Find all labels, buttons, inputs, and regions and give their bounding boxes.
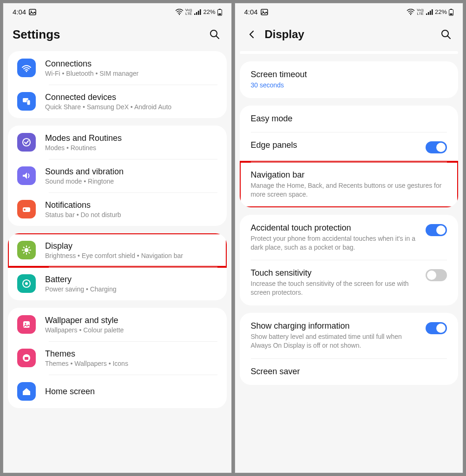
svg-line-44 bbox=[448, 36, 451, 39]
display-item-screen-saver[interactable]: Screen saver bbox=[240, 358, 459, 385]
settings-group: DisplayBrightness • Eye comfort shield •… bbox=[8, 233, 227, 300]
settings-item-modes[interactable]: Modes and RoutinesModes • Routines bbox=[8, 126, 227, 159]
svg-rect-42 bbox=[450, 13, 453, 15]
item-subtitle: Show battery level and estimated time un… bbox=[251, 332, 419, 350]
display-item-edge-panels[interactable]: Edge panels bbox=[240, 132, 459, 162]
item-subtitle: Increase the touch sensitivity of the sc… bbox=[251, 279, 419, 297]
item-title: Screen timeout bbox=[251, 70, 447, 79]
item-subtitle: Wi-Fi • Bluetooth • SIM manager bbox=[45, 70, 217, 77]
notifications-icon bbox=[17, 200, 36, 218]
svg-rect-4 bbox=[196, 12, 197, 15]
item-subtitle: Themes • Wallpapers • Icons bbox=[45, 360, 217, 367]
settings-item-themes[interactable]: ThemesThemes • Wallpapers • Icons bbox=[8, 341, 227, 375]
item-subtitle: 30 seconds bbox=[251, 81, 447, 90]
item-title: Connections bbox=[45, 59, 217, 69]
svg-rect-39 bbox=[432, 9, 433, 15]
settings-item-wallpaper[interactable]: Wallpaper and styleWallpapers • Colour p… bbox=[8, 308, 227, 341]
display-group: Accidental touch protectionProtect your … bbox=[240, 215, 459, 306]
picture-icon bbox=[261, 8, 268, 16]
search-button[interactable] bbox=[439, 27, 453, 42]
svg-rect-38 bbox=[430, 11, 431, 15]
svg-point-34 bbox=[263, 10, 263, 11]
item-title: Display bbox=[45, 241, 217, 251]
battery-percent: 22% bbox=[203, 8, 215, 15]
item-title: Show charging information bbox=[251, 321, 419, 331]
card-sliver bbox=[240, 51, 459, 54]
svg-line-26 bbox=[29, 247, 30, 248]
toggle-edge-panels[interactable] bbox=[426, 141, 447, 153]
item-subtitle: Brightness • Eye comfort shield • Naviga… bbox=[45, 252, 217, 259]
settings-item-notifications[interactable]: NotificationsStatus bar • Do not disturb bbox=[8, 192, 227, 226]
svg-rect-9 bbox=[218, 13, 221, 15]
svg-rect-37 bbox=[428, 12, 429, 15]
item-title: Themes bbox=[45, 349, 217, 359]
item-title: Home screen bbox=[45, 387, 217, 397]
item-title: Screen saver bbox=[251, 367, 447, 377]
page-title: Display bbox=[265, 28, 439, 41]
item-title: Battery bbox=[45, 275, 217, 284]
svg-point-12 bbox=[26, 71, 27, 72]
wallpaper-icon bbox=[17, 315, 36, 334]
settings-list: ConnectionsWi-Fi • Bluetooth • SIM manag… bbox=[3, 51, 231, 473]
status-bar: 4:04 Vo))LTE 22% bbox=[3, 3, 231, 18]
status-time: 4:04 bbox=[13, 8, 26, 16]
svg-point-30 bbox=[25, 323, 26, 324]
display-item-screen-timeout[interactable]: Screen timeout30 seconds bbox=[240, 61, 459, 98]
display-item-easy-mode[interactable]: Easy mode bbox=[240, 106, 459, 132]
item-subtitle: Protect your phone from accidental touch… bbox=[251, 234, 419, 252]
item-title: Notifications bbox=[45, 200, 217, 210]
toggle-touch-sensitivity[interactable] bbox=[426, 269, 447, 281]
sound-icon bbox=[17, 166, 36, 185]
status-bar: 4:04 Vo))LTE 22% bbox=[235, 3, 463, 18]
svg-rect-32 bbox=[25, 357, 28, 360]
home-icon bbox=[17, 382, 36, 401]
svg-line-23 bbox=[24, 247, 25, 248]
volte-icon: Vo))LTE bbox=[185, 8, 192, 16]
svg-rect-6 bbox=[200, 9, 201, 15]
phone-right: 4:04 Vo))LTE 22% Display Screen timeout3… bbox=[235, 3, 464, 473]
settings-item-battery[interactable]: BatteryPower saving • Charging bbox=[8, 267, 227, 300]
status-time: 4:04 bbox=[244, 8, 258, 16]
item-title: Wallpaper and style bbox=[45, 316, 217, 325]
back-button[interactable] bbox=[244, 27, 259, 42]
search-icon bbox=[440, 29, 452, 40]
display-item-charging-info[interactable]: Show charging informationShow battery le… bbox=[240, 313, 459, 358]
settings-item-connected-devices[interactable]: Connected devicesQuick Share • Samsung D… bbox=[8, 85, 227, 118]
svg-point-17 bbox=[24, 209, 26, 211]
item-title: Touch sensitivity bbox=[251, 268, 419, 278]
settings-item-connections[interactable]: ConnectionsWi-Fi • Bluetooth • SIM manag… bbox=[8, 51, 227, 85]
svg-point-35 bbox=[410, 13, 411, 14]
display-item-accidental-touch[interactable]: Accidental touch protectionProtect your … bbox=[240, 215, 459, 260]
chevron-left-icon bbox=[247, 30, 256, 39]
item-title: Connected devices bbox=[45, 93, 217, 102]
svg-rect-5 bbox=[198, 11, 199, 15]
toggle-charging-info[interactable] bbox=[426, 322, 447, 334]
svg-point-1 bbox=[31, 10, 32, 11]
svg-rect-14 bbox=[27, 100, 30, 105]
item-title: Modes and Routines bbox=[45, 133, 217, 143]
settings-item-display[interactable]: DisplayBrightness • Eye comfort shield •… bbox=[8, 233, 227, 267]
display-item-touch-sensitivity[interactable]: Touch sensitivityIncrease the touch sens… bbox=[240, 260, 459, 305]
display-group: Easy modeEdge panelsNavigation barManage… bbox=[240, 106, 459, 207]
item-subtitle: Sound mode • Ringtone bbox=[45, 178, 217, 185]
svg-line-11 bbox=[216, 36, 219, 39]
wifi-icon bbox=[175, 9, 184, 15]
display-item-navigation-bar[interactable]: Navigation barManage the Home, Back, and… bbox=[240, 162, 459, 207]
display-group: Screen timeout30 seconds bbox=[240, 61, 459, 98]
volte-icon: Vo))LTE bbox=[417, 8, 424, 16]
settings-item-homescreen[interactable]: Home screen bbox=[8, 375, 227, 408]
battery-icon bbox=[217, 8, 222, 16]
toggle-accidental-touch[interactable] bbox=[426, 224, 447, 236]
svg-point-2 bbox=[179, 13, 180, 14]
signal-icon bbox=[194, 9, 201, 15]
item-subtitle: Quick Share • Samsung DeX • Android Auto bbox=[45, 103, 217, 111]
svg-point-28 bbox=[25, 282, 28, 285]
search-button[interactable] bbox=[207, 27, 222, 42]
item-subtitle: Status bar • Do not disturb bbox=[45, 211, 217, 218]
item-title: Edge panels bbox=[251, 140, 419, 150]
item-title: Sounds and vibration bbox=[45, 167, 217, 177]
page-title: Settings bbox=[13, 27, 207, 42]
item-title: Navigation bar bbox=[251, 170, 447, 180]
item-subtitle: Modes • Routines bbox=[45, 144, 217, 152]
settings-item-sounds[interactable]: Sounds and vibrationSound mode • Rington… bbox=[8, 159, 227, 192]
